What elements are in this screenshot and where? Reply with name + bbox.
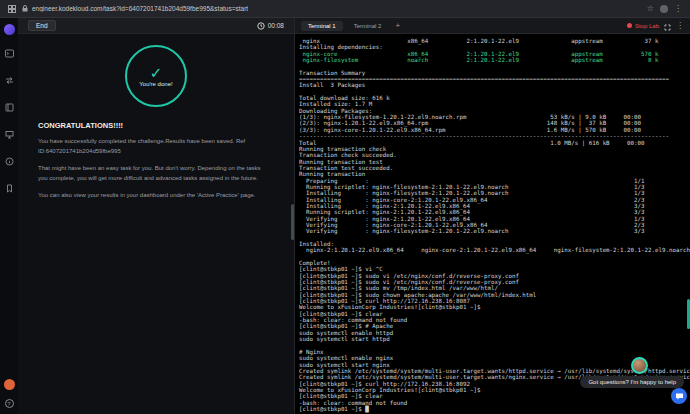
- terminal-line: Installing : nginx-filesystem-2:1.20.1-2…: [299, 190, 690, 196]
- task-panel-header: End 00:08: [18, 18, 294, 34]
- terminal-line: Total 1.0 MB/s | 616 kB 00:00: [299, 140, 690, 146]
- task-panel: End 00:08 ✓ You're done! CONGRATULATIONS…: [18, 18, 295, 414]
- user-avatar[interactable]: [4, 379, 15, 390]
- lock-icon: [22, 5, 28, 12]
- terminal-output[interactable]: nginx x86_64 2:1.20.1-22.el9 appstream 3…: [295, 34, 690, 414]
- browser-menu-icon[interactable]: ⋮: [674, 5, 682, 13]
- terminal-line: ----------------------------------------…: [299, 133, 690, 139]
- info-icon[interactable]: [5, 152, 14, 170]
- chat-tooltip: Got questions? I'm happy to help: [580, 376, 684, 388]
- terminal-line: Verifying : nginx-filesystem-2:1.20.1-22…: [299, 228, 690, 234]
- done-badge-label: You're done!: [139, 81, 172, 87]
- bookmark-star-icon[interactable]: ☆: [647, 5, 654, 13]
- terminal-line: nginx-2:1.20.1-22.el9.x86_64 nginx-core-…: [299, 247, 690, 253]
- stop-lab-button[interactable]: Stop Lab: [627, 23, 659, 29]
- terminal-line: nginx-filesystem noarch 2:1.20.1-22.el9 …: [299, 57, 690, 63]
- end-button[interactable]: End: [28, 20, 56, 31]
- fullscreen-icon[interactable]: [664, 17, 671, 35]
- done-badge: ✓ You're done!: [125, 45, 187, 107]
- stop-icon: [627, 23, 632, 28]
- address-bar[interactable]: engineer.kodekloud.com/task?id=640720174…: [22, 5, 641, 12]
- terminal-line: [clint@stbkp01 ~]$ █: [299, 406, 690, 412]
- terminal-line: (2/3): nginx-1.20.1-22.el9.x86_64.rpm 14…: [299, 120, 690, 126]
- congrats-heading: CONGRATULATIONS!!!!: [38, 121, 294, 130]
- result-paragraph: You have successfully completed the chal…: [38, 137, 264, 156]
- support-agent-avatar[interactable]: [631, 357, 648, 374]
- terminal-tab[interactable]: Terminal 2: [347, 21, 389, 31]
- chat-button[interactable]: [671, 388, 687, 404]
- monitor-icon[interactable]: [5, 125, 14, 143]
- terminal-panel: Terminal 1Terminal 2 + Stop Lab ⋮ nginx …: [295, 18, 690, 414]
- terminal-icon[interactable]: [5, 44, 14, 62]
- timer-value: 00:08: [268, 22, 284, 29]
- book-icon[interactable]: [5, 98, 14, 116]
- terminal-tabs: Terminal 1Terminal 2: [301, 21, 388, 31]
- browser-profile-avatar[interactable]: [660, 5, 668, 13]
- terminal-menu-icon[interactable]: ⋮: [676, 22, 684, 30]
- terminal-line: Installing : nginx-core-2:1.20.1-22.el9.…: [299, 197, 690, 203]
- app-area: ? End 00:08 ✓ You're done! CONGRATULATIO…: [0, 18, 690, 414]
- bookmark-icon[interactable]: [5, 179, 14, 197]
- dashboard-paragraph: You can also view your results in your d…: [38, 191, 264, 201]
- task-panel-scrollbar[interactable]: [291, 204, 294, 240]
- kodekloud-logo[interactable]: [4, 24, 15, 35]
- info-paragraph: That might have been an easy task for yo…: [38, 164, 264, 183]
- stop-lab-label: Stop Lab: [635, 23, 659, 29]
- swap-arrows-icon[interactable]: [5, 71, 14, 89]
- check-icon: ✓: [150, 65, 163, 80]
- app-sidebar: ?: [0, 18, 18, 414]
- url-text: engineer.kodekloud.com/task?id=640720174…: [32, 5, 248, 12]
- session-timer: 00:08: [257, 22, 284, 30]
- terminal-tab[interactable]: Terminal 1: [301, 21, 343, 31]
- app-grid-icon[interactable]: [8, 5, 16, 13]
- help-icon[interactable]: ?: [5, 399, 14, 408]
- terminal-line: Preparing : 1/1: [299, 178, 690, 184]
- terminal-header: Terminal 1Terminal 2 + Stop Lab ⋮: [295, 18, 690, 34]
- task-panel-body: ✓ You're done! CONGRATULATIONS!!!! You h…: [18, 45, 294, 201]
- add-tab-button[interactable]: +: [393, 22, 402, 30]
- screen: engineer.kodekloud.com/task?id=640720174…: [0, 0, 690, 414]
- terminal-line: Running scriptlet: nginx-2:1.20.1-22.el9…: [299, 209, 690, 215]
- browser-chrome: engineer.kodekloud.com/task?id=640720174…: [0, 0, 690, 18]
- clock-icon: [257, 22, 265, 30]
